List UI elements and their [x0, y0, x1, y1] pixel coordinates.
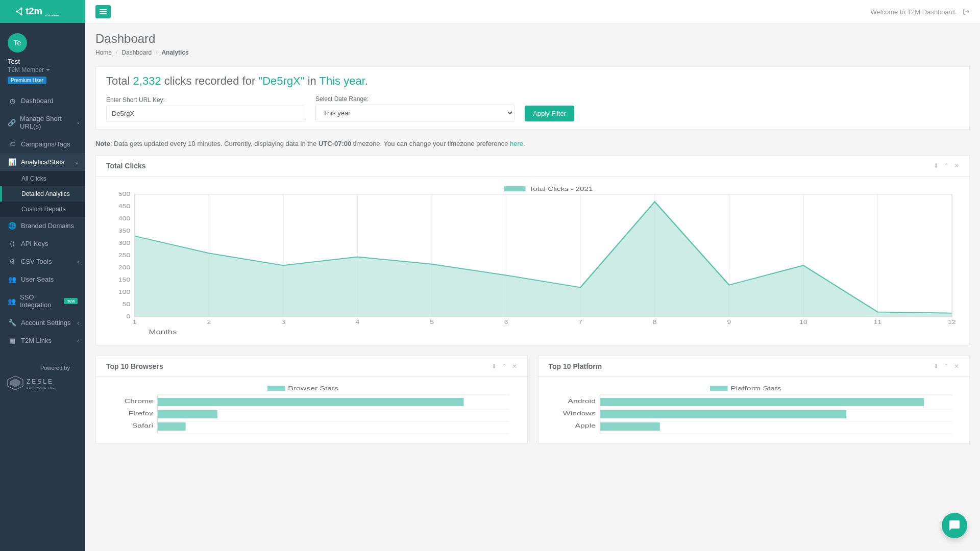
link-icon: 🔗 — [8, 119, 16, 127]
topbar: Welcome to T2M Dashboard. — [85, 0, 980, 24]
svg-text:250: 250 — [118, 253, 131, 259]
dashboard-icon: ◷ — [8, 97, 17, 105]
premium-badge: Premium User — [8, 77, 46, 84]
collapse-icon[interactable]: ⌃ — [944, 162, 949, 169]
welcome-area: Welcome to T2M Dashboard. — [870, 8, 970, 16]
svg-text:Windows: Windows — [562, 410, 595, 416]
powered-label: Powered by — [5, 365, 80, 371]
bar-chart-icon: 📊 — [8, 158, 17, 166]
logout-icon[interactable] — [963, 8, 970, 15]
svg-text:Android: Android — [568, 398, 595, 404]
svg-text:300: 300 — [118, 240, 131, 246]
breadcrumb-sep: / — [156, 49, 157, 56]
platform-title: Top 10 Platform — [549, 362, 602, 370]
svg-text:400: 400 — [118, 216, 131, 222]
nav-label: Dashboard — [21, 97, 54, 105]
page-title: Dashboard — [95, 32, 970, 46]
note-text3: . — [523, 140, 525, 147]
chevron-left-icon: ‹ — [77, 119, 79, 126]
download-icon[interactable]: ⬇ — [934, 162, 939, 169]
chat-bubble-button[interactable] — [942, 513, 967, 538]
sidebar-item-manage-urls[interactable]: 🔗Manage Short URL(s)‹ — [0, 110, 85, 135]
svg-text:Safari: Safari — [132, 422, 153, 429]
close-icon[interactable]: ✕ — [954, 363, 959, 370]
user-name: Test — [8, 58, 78, 65]
nav-label: T2M Links — [21, 337, 52, 344]
breadcrumb-sep: / — [116, 49, 117, 56]
subnav-custom-reports[interactable]: Custom Reports — [0, 202, 85, 217]
svg-rect-52 — [267, 386, 285, 391]
sidebar-item-dashboard[interactable]: ◷Dashboard — [0, 92, 85, 110]
subnav-all-clicks[interactable]: All Clicks — [0, 171, 85, 186]
breadcrumb: Home / Dashboard / Analytics — [95, 49, 970, 56]
breadcrumb-dashboard[interactable]: Dashboard — [121, 49, 152, 56]
panel-tools: ⬇ ⌃ ✕ — [934, 363, 959, 370]
collapse-icon[interactable]: ⌃ — [502, 363, 507, 370]
browsers-chart: Browser StatsChromeFirefoxSafari — [96, 377, 527, 443]
subnav-detailed-analytics[interactable]: Detailed Analytics — [0, 186, 85, 202]
svg-text:500: 500 — [118, 191, 131, 197]
sidebar-item-campaigns[interactable]: 🏷Campaigns/Tags — [0, 135, 85, 153]
svg-text:150: 150 — [118, 277, 131, 283]
svg-text:Months: Months — [149, 329, 177, 335]
apply-filter-button[interactable]: Apply Filter — [525, 106, 574, 121]
chevron-left-icon: ‹ — [77, 259, 79, 265]
url-key-label: Enter Short URL Key: — [106, 96, 305, 104]
bottom-row: Top 10 Browsers ⬇ ⌃ ✕ Browser StatsChrom… — [95, 356, 970, 454]
note-text2: timezone. You can change your timezone p… — [351, 140, 510, 147]
code-icon: ⟨⟩ — [8, 240, 17, 247]
hamburger-button[interactable] — [95, 5, 111, 18]
summary-suffix: . — [365, 74, 368, 87]
grid-icon: ▦ — [8, 337, 17, 344]
sidebar-item-api-keys[interactable]: ⟨⟩API Keys — [0, 235, 85, 253]
platform-panel: Top 10 Platform ⬇ ⌃ ✕ Platform StatsAndr… — [538, 356, 970, 444]
nav-label: Analytics/Stats — [21, 158, 64, 166]
tag-icon: 🏷 — [8, 140, 17, 148]
user-role-dropdown[interactable]: T2M Member — [8, 66, 50, 73]
nav-label: Account Settings — [21, 319, 71, 327]
svg-text:Firefox: Firefox — [129, 410, 154, 416]
close-icon[interactable]: ✕ — [954, 162, 959, 169]
sidebar-item-branded-domains[interactable]: 🌐Branded Domains — [0, 217, 85, 235]
wrench-icon: 🔧 — [8, 319, 17, 327]
svg-text:Browser Stats: Browser Stats — [288, 385, 338, 391]
sidebar-item-user-seats[interactable]: 👥User Seats — [0, 270, 85, 288]
svg-rect-69 — [600, 398, 923, 406]
sidebar-item-sso[interactable]: 👥SSO Integrationnew — [0, 288, 85, 314]
close-icon[interactable]: ✕ — [512, 363, 517, 370]
url-key-input[interactable] — [106, 106, 305, 121]
svg-rect-59 — [158, 410, 217, 418]
nav-label: API Keys — [21, 240, 48, 247]
download-icon[interactable]: ⬇ — [492, 363, 497, 370]
sidebar-item-account-settings[interactable]: 🔧Account Settings‹ — [0, 314, 85, 332]
svg-text:350: 350 — [118, 228, 131, 234]
svg-text:8: 8 — [653, 319, 657, 325]
content: Dashboard Home / Dashboard / Analytics T… — [85, 24, 980, 462]
svg-text:t2m: t2m — [26, 6, 42, 16]
svg-text:10: 10 — [799, 319, 807, 325]
nav-label: Campaigns/Tags — [21, 140, 70, 148]
nav: ◷Dashboard 🔗Manage Short URL(s)‹ 🏷Campai… — [0, 92, 85, 349]
platform-chart: Platform StatsAndroidWindowsApple — [538, 377, 970, 443]
users-icon: 👥 — [8, 297, 16, 305]
collapse-icon[interactable]: ⌃ — [944, 363, 949, 370]
svg-text:SOFTWARE INC.: SOFTWARE INC. — [27, 386, 57, 389]
user-role-label: T2M Member — [8, 66, 44, 73]
sidebar-item-t2m-links[interactable]: ▦T2M Links‹ — [0, 332, 85, 349]
analytics-subnav: All Clicks Detailed Analytics Custom Rep… — [0, 171, 85, 217]
date-range-select[interactable]: This year — [315, 105, 514, 121]
svg-text:450: 450 — [118, 204, 131, 210]
breadcrumb-home[interactable]: Home — [95, 49, 112, 56]
download-icon[interactable]: ⬇ — [934, 363, 939, 370]
user-block: Te Test T2M Member Premium User — [0, 23, 85, 92]
sidebar-item-analytics[interactable]: 📊Analytics/Stats⌄ — [0, 153, 85, 171]
logo[interactable]: t2m url shortener — [0, 0, 85, 23]
nav-label: SSO Integration — [20, 293, 61, 309]
svg-text:100: 100 — [118, 289, 131, 295]
main: Welcome to T2M Dashboard. Dashboard Home… — [85, 0, 980, 551]
svg-text:0: 0 — [127, 314, 131, 320]
zesle-logo-icon: ZESLE SOFTWARE INC. — [5, 373, 77, 391]
sidebar-item-csv-tools[interactable]: ⚙CSV Tools‹ — [0, 253, 85, 270]
timezone-link[interactable]: here — [510, 140, 523, 147]
svg-rect-13 — [504, 186, 526, 191]
